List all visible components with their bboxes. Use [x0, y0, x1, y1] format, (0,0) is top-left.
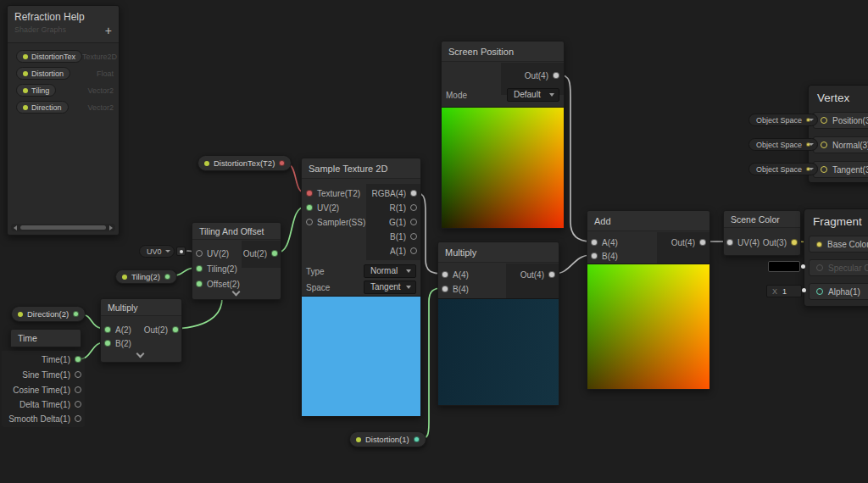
output-port-out3[interactable]: [791, 239, 798, 246]
alpha-x-label: X: [772, 287, 777, 296]
shader-graph-canvas[interactable]: Refraction Help Shader Graphs + Distorti…: [0, 0, 868, 483]
node-multiply-main[interactable]: Multiply A(4) Out(4) B(4): [437, 242, 559, 406]
output-port-sine-time[interactable]: [75, 371, 81, 378]
alpha-value-field[interactable]: X 1: [766, 285, 802, 297]
port-label: B(2): [115, 339, 131, 348]
input-port-normal[interactable]: [821, 142, 827, 148]
node-scene-color[interactable]: Scene Color UV(4) Out(3): [723, 210, 801, 256]
property-pill-distortion[interactable]: Distortion: [16, 67, 70, 80]
input-port-b[interactable]: [442, 286, 448, 292]
output-port-time[interactable]: [75, 356, 81, 363]
mode-row: Mode Default: [442, 87, 564, 103]
node-title: Sample Texture 2D: [302, 158, 420, 179]
output-port-out4[interactable]: [548, 271, 555, 278]
space-dropdown[interactable]: Tangent: [364, 280, 416, 294]
input-port-alpha[interactable]: [816, 288, 823, 295]
output-port-g[interactable]: [410, 219, 417, 225]
uv-channel-dropdown[interactable]: UV0: [139, 245, 175, 258]
input-port-a[interactable]: [104, 326, 111, 333]
output-port-vec1[interactable]: [414, 436, 420, 442]
output-port-rgba[interactable]: [410, 190, 417, 197]
specular-color-swatch[interactable]: [768, 261, 800, 272]
output-port-cosine-time[interactable]: [75, 386, 81, 393]
output-port-vec2[interactable]: [73, 311, 79, 317]
node-time-body[interactable]: Time(1) Sine Time(1) Cosine Time(1) Delt…: [2, 351, 85, 427]
output-port-out2[interactable]: [271, 250, 278, 257]
port-row-a: A(4): [442, 268, 469, 281]
expand-preview-chevron-icon[interactable]: [136, 350, 145, 358]
block-row-tangent[interactable]: Tangent(3): [813, 161, 868, 178]
input-port-uv[interactable]: [196, 250, 203, 257]
property-pill-direction[interactable]: Direction: [16, 101, 69, 114]
property-row: Direction Vector2: [16, 101, 114, 114]
position-space-dropdown[interactable]: Object Space: [748, 114, 818, 126]
output-port-r[interactable]: [410, 204, 417, 211]
scroll-left-icon[interactable]: [14, 225, 17, 230]
input-port-uv[interactable]: [726, 239, 733, 246]
input-port-a[interactable]: [591, 239, 598, 246]
port-row-delta-time: Delta Time(1): [19, 397, 81, 411]
input-port-sampler[interactable]: [306, 219, 313, 225]
output-port-a[interactable]: [410, 247, 417, 254]
port-label: RGBA(4): [371, 189, 406, 198]
node-tiling-and-offset[interactable]: Tiling And Offset UV(2) Tiling(2) Offset…: [192, 222, 281, 300]
scrollbar-thumb[interactable]: [20, 225, 106, 230]
scroll-right-icon[interactable]: [109, 225, 113, 230]
block-row-normal[interactable]: Normal(3): [813, 136, 868, 153]
node-sample-texture-2d[interactable]: Sample Texture 2D Texture(T2) UV(2) Samp…: [301, 158, 421, 417]
output-port-delta-time[interactable]: [75, 401, 81, 408]
input-port-specular[interactable]: [816, 264, 823, 271]
port-label: Out(2): [144, 325, 168, 335]
node-pill-distortiontex[interactable]: DistortionTex(T2): [198, 155, 292, 171]
output-port-out4[interactable]: [699, 239, 706, 246]
input-port-b[interactable]: [591, 253, 598, 259]
input-port-a[interactable]: [442, 271, 448, 278]
blackboard-scrollbar[interactable]: [11, 224, 115, 231]
property-pill-tiling[interactable]: Tiling: [16, 84, 56, 97]
add-property-button[interactable]: +: [105, 25, 112, 36]
exposed-dot-icon: [23, 54, 28, 59]
port-row-out: Out(2): [243, 247, 278, 260]
blackboard-panel[interactable]: Refraction Help Shader Graphs + Distorti…: [7, 5, 120, 236]
node-pill-distortion[interactable]: Distortion(1): [349, 431, 426, 447]
node-pill-tiling[interactable]: Tiling(2): [115, 269, 177, 284]
node-pill-direction[interactable]: Direction(2): [11, 306, 86, 322]
input-port-b[interactable]: [104, 340, 111, 347]
block-row-base-color[interactable]: Base Color(3): [809, 236, 868, 253]
node-multiply-uv[interactable]: Multiply A(2) Out(2) B(2): [100, 298, 182, 363]
output-port-smooth-delta[interactable]: [75, 415, 81, 422]
node-title: Add: [587, 211, 709, 231]
port-label: B(4): [453, 285, 469, 294]
node-time-header[interactable]: Time: [10, 329, 81, 347]
input-port-position[interactable]: [821, 117, 827, 124]
node-screen-position[interactable]: Screen Position Out(4) Mode Default: [441, 41, 565, 229]
input-port-uv[interactable]: [306, 204, 313, 211]
type-dropdown[interactable]: Normal: [364, 264, 416, 278]
input-port-tiling[interactable]: [196, 265, 203, 272]
fragment-context-block[interactable]: Fragment Base Color(3) Specular Color(3)…: [804, 208, 868, 307]
normal-space-dropdown[interactable]: Object Space: [748, 138, 818, 151]
input-port-texture[interactable]: [306, 190, 313, 197]
block-row-specular[interactable]: Specular Color(3): [809, 259, 868, 276]
block-row-alpha[interactable]: Alpha(1): [809, 283, 868, 300]
property-pill-distortiontex[interactable]: DistortionTex: [16, 50, 82, 63]
input-port-base-color[interactable]: [816, 242, 822, 247]
node-add[interactable]: Add A(4) Out(4) B(4): [587, 210, 710, 390]
port-label: A(1): [390, 247, 406, 256]
output-port-vec2[interactable]: [164, 274, 170, 280]
port-label: Out(4): [525, 71, 548, 80]
input-port-tangent[interactable]: [821, 166, 827, 173]
wire-multiply-to-add-b[interactable]: [554, 255, 591, 274]
output-port-out4[interactable]: [553, 72, 559, 79]
output-port-out2[interactable]: [172, 326, 179, 333]
output-port-texture[interactable]: [279, 160, 285, 166]
block-row-position[interactable]: Position(3): [813, 112, 868, 129]
graph-subtitle: Shader Graphs: [14, 25, 112, 34]
exposed-dot-icon: [204, 161, 209, 166]
port-row-uv: UV(2): [306, 201, 339, 214]
mode-dropdown[interactable]: Default: [507, 88, 559, 102]
input-port-offset[interactable]: [196, 280, 203, 287]
tangent-space-dropdown[interactable]: Object Space: [748, 163, 818, 175]
port-label: A(4): [453, 270, 469, 280]
output-port-b[interactable]: [410, 233, 417, 240]
